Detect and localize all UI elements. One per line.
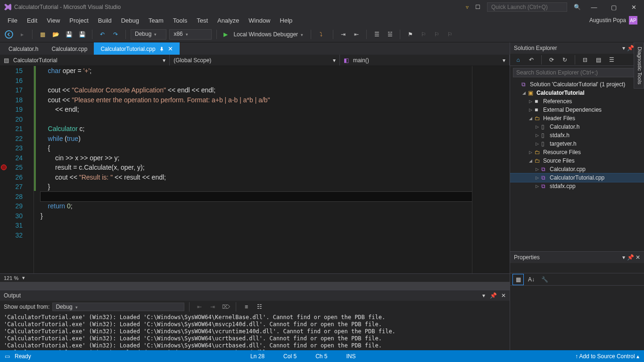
indent-icon[interactable]: ⇥ bbox=[338, 29, 348, 40]
tree-calculator-cpp[interactable]: ▷⧉Calculator.cpp bbox=[510, 165, 644, 173]
clear-bookmarks-icon[interactable]: ⚐ bbox=[445, 29, 455, 40]
nav-scope-select[interactable]: (Global Scope)▾ bbox=[170, 55, 339, 66]
sync-icon[interactable]: ⟳ bbox=[546, 55, 557, 65]
comment-icon[interactable]: ☰ bbox=[372, 29, 382, 40]
tree-calculator-h[interactable]: ▷▯Calculator.h bbox=[510, 123, 644, 131]
menu-analyze[interactable]: Analyze bbox=[213, 15, 244, 26]
nav-func-select[interactable]: ◧main()▾ bbox=[340, 55, 510, 66]
output-prev-icon[interactable]: ⇤ bbox=[194, 302, 205, 312]
source-control-button[interactable]: ↑ Add to Source Control ▴ bbox=[575, 353, 639, 360]
collapse-icon[interactable]: ⊟ bbox=[580, 55, 590, 65]
feedback-icon[interactable]: ☐ bbox=[475, 4, 480, 10]
menu-edit[interactable]: Edit bbox=[22, 15, 42, 26]
user-name[interactable]: Augustin Popa bbox=[589, 17, 626, 24]
nav-class-select[interactable]: ▤CalculatorTutorial▾ bbox=[0, 55, 170, 66]
navigate-back-icon[interactable] bbox=[4, 29, 14, 40]
bookmark-icon[interactable]: ⚑ bbox=[405, 29, 415, 40]
next-bookmark-icon[interactable]: ⚐ bbox=[431, 29, 442, 40]
menu-build[interactable]: Build bbox=[93, 15, 116, 26]
solution-search-input[interactable] bbox=[513, 68, 641, 77]
tab-active[interactable]: CalculatorTutorial.cpp ✕ bbox=[94, 42, 179, 55]
categorized-icon[interactable]: ▦ bbox=[513, 274, 523, 285]
alpha-icon[interactable]: A↓ bbox=[526, 274, 537, 285]
open-icon[interactable]: 📂 bbox=[50, 29, 61, 40]
maximize-button[interactable]: ▢ bbox=[607, 4, 620, 11]
save-all-icon[interactable]: 💾 bbox=[77, 29, 87, 40]
status-ch: Ch 5 bbox=[315, 353, 327, 360]
tree-targetver-h[interactable]: ▷▯targetver.h bbox=[510, 140, 644, 148]
status-col: Col 5 bbox=[283, 353, 297, 360]
panel-menu-icon[interactable]: ▾ bbox=[622, 45, 625, 51]
back-icon[interactable]: ↶ bbox=[526, 55, 537, 65]
play-icon[interactable]: ▶ bbox=[223, 31, 228, 38]
solution-tree[interactable]: ⧉Solution 'CalculatorTutorial' (1 projec… bbox=[510, 79, 644, 251]
menu-view[interactable]: View bbox=[42, 15, 65, 26]
platform-select[interactable]: x86 bbox=[169, 29, 212, 40]
menu-help[interactable]: Help bbox=[275, 15, 297, 26]
output-lines-icon[interactable]: ☷ bbox=[254, 302, 264, 312]
prev-bookmark-icon[interactable]: ⚐ bbox=[418, 29, 429, 40]
save-icon[interactable]: 💾 bbox=[64, 29, 74, 40]
tree-source-files[interactable]: ◢🗀Source Files bbox=[510, 156, 644, 165]
output-clear-icon[interactable]: ⌦ bbox=[221, 302, 231, 312]
tab-calculator-h[interactable]: Calculator.h bbox=[2, 43, 45, 55]
tree-calculatortutorial-cpp[interactable]: ▷⧉CalculatorTutorial.cpp bbox=[510, 173, 644, 182]
zoom-level[interactable]: 121 % bbox=[4, 275, 18, 281]
properties-panel: Properties ▾ 📌 ✕ ▦ A↓ 🔧 bbox=[510, 251, 644, 362]
menu-window[interactable]: Window bbox=[244, 15, 275, 26]
panel-pin-icon[interactable]: 📌 bbox=[490, 292, 497, 299]
tree-references[interactable]: ▷■References bbox=[510, 97, 644, 106]
quick-launch-input[interactable] bbox=[487, 2, 567, 12]
app-logo-icon bbox=[4, 3, 11, 11]
show-all-icon[interactable]: ▤ bbox=[593, 55, 603, 65]
status-line: Ln 28 bbox=[250, 353, 264, 360]
diagnostic-tools-tab[interactable]: Diagnostic Tools bbox=[634, 42, 644, 89]
step-icon[interactable]: ⤵ bbox=[316, 29, 326, 40]
minimap[interactable] bbox=[472, 66, 510, 273]
minimize-button[interactable]: — bbox=[587, 4, 601, 11]
home-icon[interactable]: ⌂ bbox=[513, 55, 523, 65]
window-title: CalculatorTutorial - Microsoft Visual St… bbox=[14, 4, 121, 10]
menu-team[interactable]: Team bbox=[144, 15, 168, 26]
menu-tools[interactable]: Tools bbox=[168, 15, 192, 26]
refresh-icon[interactable]: ↻ bbox=[560, 55, 570, 65]
start-debugging-button[interactable]: Local Windows Debugger bbox=[231, 31, 306, 38]
new-project-icon[interactable]: ▦ bbox=[37, 29, 48, 40]
status-ready: Ready bbox=[15, 353, 31, 360]
config-select[interactable]: Debug bbox=[131, 29, 166, 40]
tab-calculator-cpp[interactable]: Calculator.cpp bbox=[45, 43, 94, 55]
tree-stdafx-h[interactable]: ▷▯stdafx.h bbox=[510, 131, 644, 140]
properties-icon[interactable]: ☰ bbox=[606, 55, 617, 65]
notifications-icon[interactable]: ▿ bbox=[466, 4, 469, 10]
tree-stdafx-cpp[interactable]: ▷⧉stdafx.cpp bbox=[510, 182, 644, 190]
user-avatar[interactable]: AP bbox=[629, 16, 637, 25]
menu-test[interactable]: Test bbox=[192, 15, 213, 26]
wrench-icon[interactable]: 🔧 bbox=[539, 274, 550, 285]
tree-resource-files[interactable]: ▷🗀Resource Files bbox=[510, 148, 644, 156]
redo-icon[interactable]: ↷ bbox=[110, 29, 121, 40]
output-filter-select[interactable]: Debug bbox=[52, 303, 184, 311]
outdent-icon[interactable]: ⇤ bbox=[351, 29, 362, 40]
tree-external-dependencies[interactable]: ▷■External Dependencies bbox=[510, 106, 644, 114]
close-button[interactable]: ✕ bbox=[627, 4, 640, 11]
tree-header-files[interactable]: ◢🗀Header Files bbox=[510, 114, 644, 123]
code-nav-bar: ▤CalculatorTutorial▾ (Global Scope)▾ ◧ma… bbox=[0, 55, 510, 66]
undo-icon[interactable]: ↶ bbox=[97, 29, 107, 40]
output-wrap-icon[interactable]: ≡ bbox=[241, 302, 251, 312]
search-icon[interactable]: 🔍 bbox=[574, 4, 581, 10]
output-filter-label: Show output from: bbox=[4, 304, 50, 310]
output-next-icon[interactable]: ⇥ bbox=[207, 302, 218, 312]
menu-project[interactable]: Project bbox=[65, 15, 93, 26]
uncomment-icon[interactable]: ☱ bbox=[385, 29, 395, 40]
menu-file[interactable]: File bbox=[3, 15, 22, 26]
panel-pin-icon[interactable]: 📌 bbox=[627, 45, 634, 51]
pin-icon[interactable] bbox=[159, 47, 164, 51]
tree-solution-calculatortutorial-1-project-[interactable]: ⧉Solution 'CalculatorTutorial' (1 projec… bbox=[510, 80, 644, 89]
panel-close-icon[interactable]: ✕ bbox=[501, 292, 506, 299]
h-scrollbar[interactable] bbox=[0, 282, 510, 290]
code-editor[interactable]: 151617181920212223242526272829303132 cha… bbox=[0, 66, 510, 273]
close-tab-icon[interactable]: ✕ bbox=[168, 45, 173, 52]
menu-debug[interactable]: Debug bbox=[116, 15, 144, 26]
panel-dropdown-icon[interactable]: ▾ bbox=[482, 292, 485, 299]
tree-calculatortutorial[interactable]: ◢▣CalculatorTutorial bbox=[510, 89, 644, 97]
